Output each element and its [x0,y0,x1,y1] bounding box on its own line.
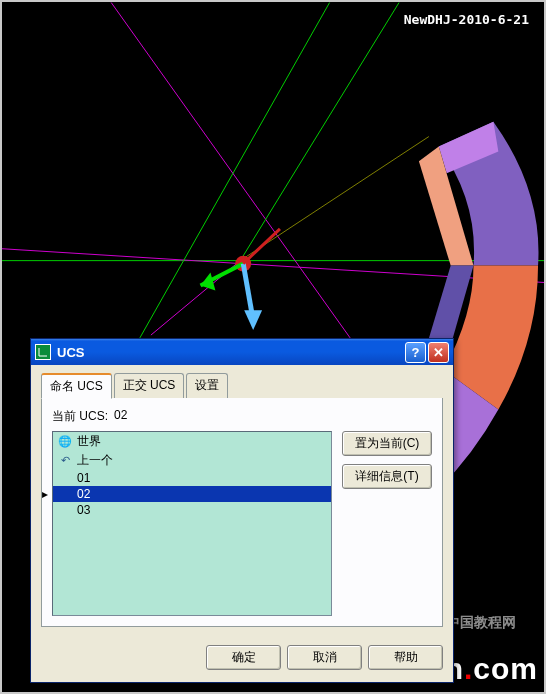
help-button[interactable]: 帮助 [368,645,443,670]
list-item-world[interactable]: 🌐 世界 [53,432,331,451]
ucs-dialog: UCS ? ✕ 命名 UCS 正交 UCS 设置 当前 UCS: 02 🌐 世界 [30,338,454,683]
list-item-01[interactable]: 01 [53,470,331,486]
set-current-button[interactable]: 置为当前(C) [342,431,432,456]
close-icon: ✕ [433,345,444,360]
tab-ortho-ucs[interactable]: 正交 UCS [114,373,185,398]
tab-named-ucs[interactable]: 命名 UCS [41,373,112,399]
titlebar-close-button[interactable]: ✕ [428,342,449,363]
details-button[interactable]: 详细信息(T) [342,464,432,489]
svg-line-5 [240,3,399,261]
ucs-listbox[interactable]: 🌐 世界 ↶ 上一个 01 ▸ 02 [52,431,332,616]
tab-panel: 当前 UCS: 02 🌐 世界 ↶ 上一个 01 [41,398,443,627]
question-icon: ? [412,345,420,360]
date-watermark: NewDHJ-2010-6-21 [404,12,529,27]
back-arrow-icon: ↶ [57,454,73,467]
current-ucs-label: 当前 UCS: 02 [52,408,432,425]
cancel-button[interactable]: 取消 [287,645,362,670]
ok-button[interactable]: 确定 [206,645,281,670]
ucs-app-icon [35,344,51,360]
svg-line-4 [240,137,429,261]
tab-bar: 命名 UCS 正交 UCS 设置 [41,373,443,399]
list-item-02[interactable]: ▸ 02 [53,486,331,502]
list-item-previous[interactable]: ↶ 上一个 [53,451,331,470]
current-ucs-value: 02 [114,408,127,425]
list-item-03[interactable]: 03 [53,502,331,518]
dialog-title: UCS [57,345,403,360]
tab-settings[interactable]: 设置 [186,373,228,398]
svg-marker-11 [244,310,262,330]
svg-line-3 [116,3,329,380]
titlebar[interactable]: UCS ? ✕ [31,339,453,365]
globe-icon: 🌐 [57,435,73,448]
svg-marker-9 [201,273,216,291]
site-watermark-cn: 中国教程网 [446,614,516,632]
titlebar-help-button[interactable]: ? [405,342,426,363]
